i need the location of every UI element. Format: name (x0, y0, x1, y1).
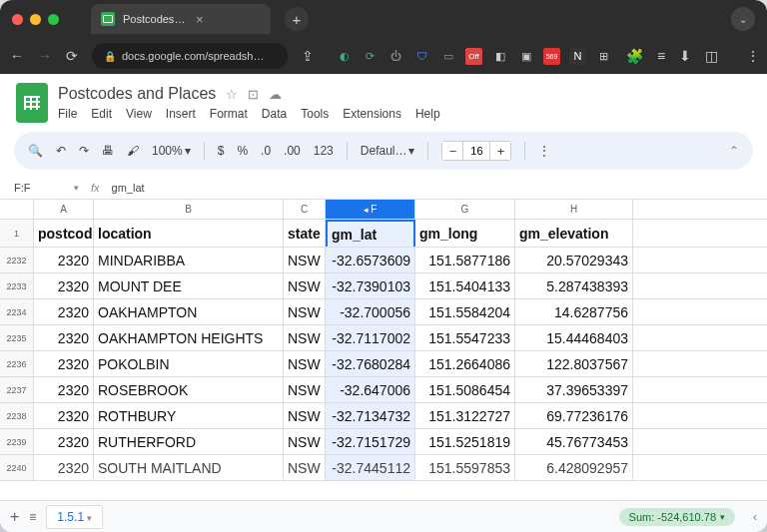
menu-view[interactable]: View (126, 107, 152, 121)
url-field[interactable]: 🔒 docs.google.com/spreadsh… (92, 43, 288, 69)
panel-icon[interactable]: ◫ (705, 48, 718, 64)
cell[interactable]: 151.5251819 (415, 429, 515, 454)
cell[interactable]: 45.76773453 (515, 429, 633, 454)
cell[interactable]: NSW (284, 351, 326, 376)
menu-tools[interactable]: Tools (301, 107, 329, 121)
collapse-toolbar-icon[interactable]: ⌃ (729, 144, 739, 158)
cell[interactable]: POKOLBIN (94, 351, 284, 376)
zoom-select[interactable]: 100% ▾ (152, 144, 191, 158)
ext-icon[interactable]: N (569, 48, 586, 65)
cell[interactable]: -32.6573609 (326, 248, 415, 272)
cell[interactable]: NSW (284, 377, 326, 402)
cell[interactable]: 2320 (34, 377, 94, 402)
cell[interactable]: 5.287438393 (515, 273, 633, 298)
select-all-corner[interactable] (0, 200, 34, 219)
cell[interactable]: NSW (284, 273, 326, 298)
row-number[interactable]: 2233 (0, 273, 34, 298)
cell[interactable]: 151.5584204 (415, 299, 515, 324)
row-number[interactable]: 2232 (0, 248, 34, 272)
search-icon[interactable]: 🔍 (28, 144, 43, 158)
fontsize-input[interactable] (462, 142, 490, 160)
more-icon[interactable]: ⋮ (538, 144, 550, 158)
cell[interactable]: ROSEBROOK (94, 377, 284, 402)
paint-format-icon[interactable]: 🖌 (127, 144, 139, 158)
ext-icon[interactable]: ⊞ (595, 48, 612, 65)
cell[interactable]: -32.7680284 (326, 351, 415, 376)
fontsize-increase[interactable]: + (490, 142, 510, 160)
cell[interactable]: NSW (284, 403, 326, 428)
cell[interactable]: 14.6287756 (515, 299, 633, 324)
header-cell[interactable]: location (94, 220, 284, 247)
ext-icon[interactable]: Off (465, 48, 482, 65)
minimize-window-icon[interactable] (30, 14, 41, 25)
header-cell[interactable]: state (284, 220, 326, 247)
add-sheet-button[interactable]: + (10, 508, 19, 526)
cell[interactable]: 151.2664086 (415, 351, 515, 376)
header-cell[interactable]: gm_elevation (515, 220, 633, 247)
scroll-left-icon[interactable]: ‹ (753, 510, 757, 524)
row-number[interactable]: 1 (0, 220, 34, 247)
browser-tab[interactable]: Postcodes and Places - Googl… × (91, 4, 271, 34)
col-header-h[interactable]: H (515, 200, 633, 219)
menu-file[interactable]: File (58, 107, 77, 121)
cell[interactable]: -32.7134732 (326, 403, 415, 428)
ext-icon[interactable]: ◧ (491, 48, 508, 65)
col-header-b[interactable]: B (94, 200, 284, 219)
cell[interactable]: 37.39653397 (515, 377, 633, 402)
extensions-icon[interactable]: 🧩 (626, 48, 643, 64)
star-icon[interactable]: ☆ (226, 87, 238, 102)
cell[interactable]: NSW (284, 299, 326, 324)
col-header-f[interactable]: ◂ F (326, 200, 415, 219)
cell[interactable]: NSW (284, 429, 326, 454)
cell[interactable]: OAKHAMPTON (94, 299, 284, 324)
reload-button[interactable]: ⟳ (66, 48, 78, 64)
menu-insert[interactable]: Insert (166, 107, 196, 121)
cell[interactable]: 2320 (34, 403, 94, 428)
cell[interactable]: MINDARIBBA (94, 248, 284, 272)
close-window-icon[interactable] (12, 14, 23, 25)
font-select[interactable]: Defaul… ▾ (361, 144, 415, 158)
aggregate-chip[interactable]: Sum: -524,610.78 ▾ (619, 508, 735, 526)
cell[interactable]: 151.5547233 (415, 325, 515, 350)
cell[interactable]: 69.77236176 (515, 403, 633, 428)
ext-icon[interactable]: ▭ (439, 48, 456, 65)
pin-icon[interactable]: ≡ (657, 48, 665, 64)
new-tab-button[interactable]: + (285, 7, 309, 31)
fontsize-decrease[interactable]: − (442, 142, 462, 160)
ext-icon[interactable]: ⏻ (387, 48, 404, 65)
cell[interactable]: 122.8037567 (515, 351, 633, 376)
download-icon[interactable]: ⬇ (679, 48, 691, 64)
cell[interactable]: 2320 (34, 429, 94, 454)
cell[interactable]: -32.7117002 (326, 325, 415, 350)
row-number[interactable]: 2237 (0, 377, 34, 402)
row-number[interactable]: 2238 (0, 403, 34, 428)
print-icon[interactable]: 🖶 (102, 144, 114, 158)
ext-icon[interactable]: 569 (543, 48, 560, 65)
cell[interactable]: 2320 (34, 299, 94, 324)
cell[interactable]: -32.7390103 (326, 273, 415, 298)
currency-icon[interactable]: $ (218, 144, 225, 158)
share-icon[interactable]: ⇪ (302, 48, 314, 64)
ext-icon[interactable]: ▣ (517, 48, 534, 65)
name-box[interactable]: F:F (14, 182, 62, 194)
cell[interactable]: ROTHBURY (94, 403, 284, 428)
header-cell[interactable]: gm_lat (326, 220, 415, 247)
cell[interactable]: OAKHAMPTON HEIGHTS (94, 325, 284, 350)
cell[interactable]: 2320 (34, 351, 94, 376)
cell[interactable]: 151.5877186 (415, 248, 515, 272)
cell[interactable]: NSW (284, 248, 326, 272)
cell[interactable]: -32.700056 (326, 299, 415, 324)
cell[interactable]: SOUTH MAITLAND (94, 455, 284, 480)
cell[interactable]: 2320 (34, 248, 94, 272)
cell[interactable]: RUTHERFORD (94, 429, 284, 454)
doc-title[interactable]: Postcodes and Places (58, 85, 216, 103)
ext-icon[interactable]: ◐ (336, 48, 353, 65)
header-cell[interactable]: gm_long (415, 220, 515, 247)
redo-icon[interactable]: ↷ (79, 144, 89, 158)
formula-input[interactable]: gm_lat (112, 182, 145, 194)
cell[interactable]: 2320 (34, 273, 94, 298)
row-number[interactable]: 2235 (0, 325, 34, 350)
menu-edit[interactable]: Edit (91, 107, 112, 121)
cell[interactable]: 151.5086454 (415, 377, 515, 402)
row-number[interactable]: 2236 (0, 351, 34, 376)
